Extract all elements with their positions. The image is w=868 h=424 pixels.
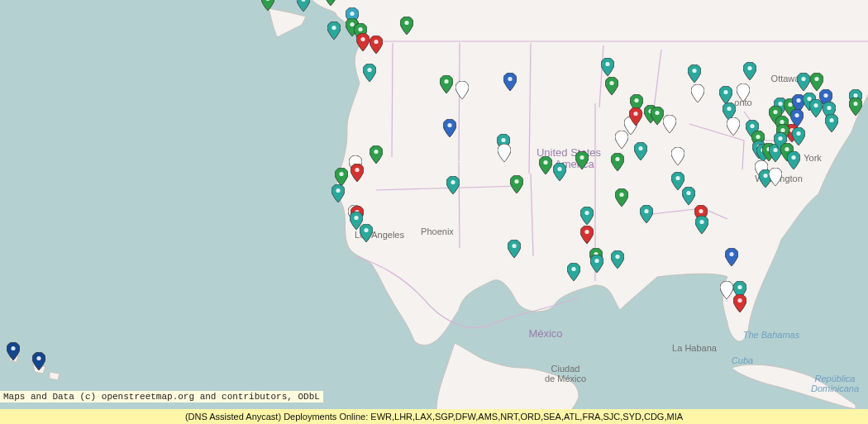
svg-point-15 <box>501 138 505 142</box>
map-pin[interactable] <box>671 147 684 165</box>
svg-point-29 <box>543 160 547 164</box>
map-pin[interactable] <box>363 64 376 82</box>
map-pin[interactable] <box>297 0 310 12</box>
svg-point-4 <box>350 12 354 16</box>
svg-point-35 <box>619 135 623 139</box>
map-pin[interactable] <box>356 33 370 51</box>
svg-point-14 <box>508 77 512 81</box>
svg-point-30 <box>557 167 561 171</box>
map-pin[interactable] <box>651 107 664 125</box>
svg-point-61 <box>741 88 745 92</box>
map-pin[interactable] <box>787 151 800 169</box>
svg-point-63 <box>750 124 754 128</box>
svg-point-38 <box>633 112 637 116</box>
map-pin[interactable] <box>400 17 413 35</box>
svg-point-16 <box>502 148 506 152</box>
map-pin[interactable] <box>335 168 348 186</box>
map-pin[interactable] <box>498 144 511 162</box>
map-viewport[interactable]: United States of America Washington York… <box>0 0 868 424</box>
map-pin[interactable] <box>640 205 653 223</box>
map-pin[interactable] <box>455 81 469 99</box>
svg-point-33 <box>609 81 613 85</box>
map-pin[interactable] <box>611 250 624 269</box>
map-pin[interactable] <box>810 73 823 91</box>
map-pin[interactable] <box>360 224 373 242</box>
map-pin[interactable] <box>743 62 756 80</box>
map-pin[interactable] <box>590 255 603 273</box>
svg-point-40 <box>655 111 659 115</box>
svg-point-58 <box>723 90 727 94</box>
svg-point-76 <box>794 113 799 117</box>
map-pin[interactable] <box>695 216 708 234</box>
svg-point-54 <box>695 88 699 93</box>
map-attribution: Maps and Data (c) openstreetmap.org and … <box>0 391 323 403</box>
map-pin[interactable] <box>351 164 364 182</box>
map-pin[interactable] <box>792 127 805 145</box>
map-pin[interactable] <box>797 73 810 91</box>
map-pin[interactable] <box>539 156 552 174</box>
map-pin[interactable] <box>719 86 732 104</box>
map-pin[interactable] <box>688 64 701 83</box>
map-pin[interactable] <box>580 226 594 244</box>
svg-point-41 <box>638 146 642 150</box>
map-pin[interactable] <box>737 83 750 102</box>
map-pin[interactable] <box>733 294 746 312</box>
svg-point-48 <box>571 267 575 271</box>
map-pin[interactable] <box>370 36 383 54</box>
svg-point-59 <box>727 107 731 111</box>
svg-point-47 <box>615 255 619 259</box>
map-pin[interactable] <box>503 73 517 91</box>
map-pin[interactable] <box>443 119 456 137</box>
svg-point-71 <box>773 172 777 176</box>
map-pin[interactable] <box>261 0 274 11</box>
svg-point-95 <box>737 285 742 289</box>
map-pin[interactable] <box>7 342 20 360</box>
map-pin[interactable] <box>510 175 523 193</box>
svg-point-52 <box>675 176 680 180</box>
map-pin[interactable] <box>580 207 594 225</box>
map-pin[interactable] <box>605 77 618 95</box>
map-pin[interactable] <box>508 240 521 258</box>
map-pin[interactable] <box>629 107 642 126</box>
map-pin[interactable] <box>324 0 337 6</box>
map-pin[interactable] <box>691 84 704 102</box>
svg-point-70 <box>763 174 767 178</box>
map-pin[interactable] <box>370 145 383 164</box>
map-pin[interactable] <box>682 187 695 205</box>
svg-point-27 <box>512 244 516 248</box>
map-pin[interactable] <box>663 115 676 133</box>
map-pin[interactable] <box>32 352 45 370</box>
svg-point-12 <box>460 85 464 89</box>
map-pin[interactable] <box>611 153 624 171</box>
svg-point-55 <box>692 69 696 73</box>
map-pin[interactable] <box>634 142 647 160</box>
map-pin[interactable] <box>331 184 345 202</box>
map-pin[interactable] <box>601 58 614 76</box>
map-pin[interactable] <box>725 248 738 266</box>
map-pin[interactable] <box>720 281 733 299</box>
map-pin[interactable] <box>553 163 566 181</box>
svg-point-85 <box>813 103 818 107</box>
svg-point-93 <box>729 252 733 256</box>
map-pin[interactable] <box>327 21 341 40</box>
svg-point-7 <box>360 37 365 41</box>
map-pin[interactable] <box>575 151 589 169</box>
map-pin[interactable] <box>567 263 580 281</box>
svg-point-91 <box>801 77 805 81</box>
status-bar: (DNS Assisted Anycast) Deployments Onlin… <box>0 409 868 424</box>
map-pin[interactable] <box>849 98 862 116</box>
map-pin[interactable] <box>769 168 782 186</box>
svg-point-8 <box>374 40 378 44</box>
svg-point-25 <box>354 216 358 220</box>
map-pin[interactable] <box>440 75 453 93</box>
landmass-layer <box>0 0 868 424</box>
svg-point-20 <box>355 168 359 172</box>
svg-point-28 <box>514 179 518 183</box>
map-pin[interactable] <box>446 176 460 194</box>
map-pin[interactable] <box>825 114 838 132</box>
map-pin[interactable] <box>615 188 628 207</box>
map-pin[interactable] <box>727 117 740 136</box>
svg-point-73 <box>773 110 777 114</box>
svg-point-88 <box>829 118 833 122</box>
svg-point-69 <box>759 164 763 169</box>
